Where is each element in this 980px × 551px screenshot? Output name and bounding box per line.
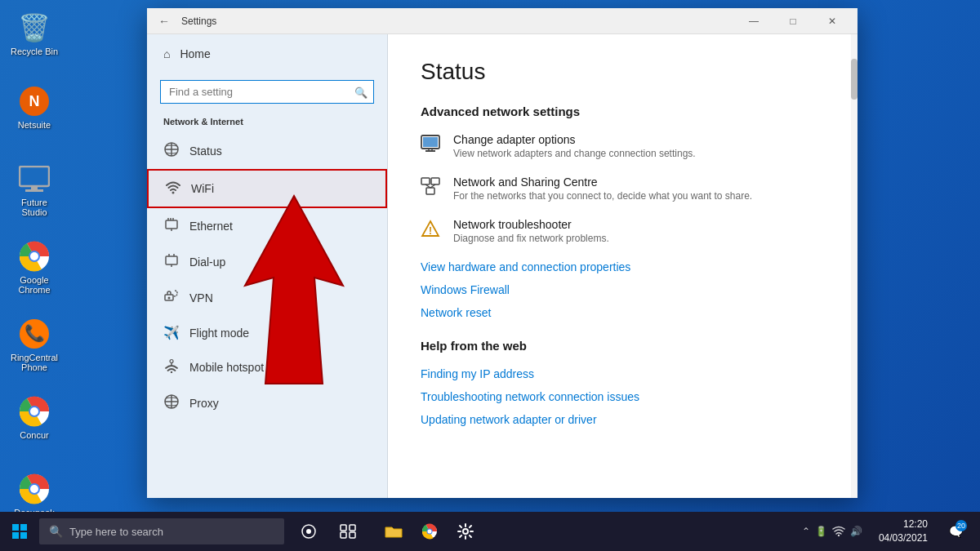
svg-point-12 bbox=[30, 407, 38, 415]
svg-point-61 bbox=[463, 529, 468, 534]
sidebar-item-mobile-hotspot[interactable]: Mobile hotspot bbox=[147, 349, 387, 385]
sidebar-search-input[interactable] bbox=[160, 80, 374, 104]
taskbar: 🔍 Type here to search bbox=[0, 512, 980, 551]
sidebar-item-home[interactable]: ⌂ Home bbox=[147, 34, 387, 73]
task-view-button[interactable] bbox=[330, 513, 366, 549]
sidebar-section-title: Network & Internet bbox=[147, 113, 387, 133]
view-hardware-link[interactable]: View hardware and connection properties bbox=[421, 260, 825, 273]
update-adapter-link[interactable]: Updating network adapter or driver bbox=[421, 413, 825, 426]
svg-rect-51 bbox=[20, 532, 27, 539]
svg-point-15 bbox=[30, 485, 38, 493]
help-section: Help from the web Finding my IP address … bbox=[421, 339, 825, 426]
chevron-up-icon[interactable]: ⌃ bbox=[802, 526, 810, 537]
sidebar: ⌂ Home 🔍 Network & Internet Status bbox=[147, 34, 388, 498]
desktop-icon-recycle-bin[interactable]: 🗑️ Recycle Bin bbox=[7, 8, 62, 60]
sidebar-item-vpn[interactable]: VPN bbox=[147, 280, 387, 316]
svg-rect-57 bbox=[350, 532, 355, 538]
sidebar-item-ethernet[interactable]: Ethernet bbox=[147, 208, 387, 244]
sidebar-item-status[interactable]: Status bbox=[147, 133, 387, 169]
sharing-centre-icon bbox=[421, 177, 440, 199]
troubleshoot-conn-link[interactable]: Troubleshooting network connection issue… bbox=[421, 390, 825, 403]
home-label: Home bbox=[180, 47, 210, 60]
sidebar-search-container: 🔍 bbox=[160, 80, 374, 104]
help-title: Help from the web bbox=[421, 339, 825, 353]
taskbar-clock[interactable]: 12:20 04/03/2021 bbox=[872, 518, 934, 545]
docupeak-icon bbox=[18, 473, 51, 505]
desktop-icon-ringcentral[interactable]: 📞 RingCentral Phone bbox=[7, 314, 62, 375]
network-reset-link[interactable]: Network reset bbox=[421, 306, 825, 319]
desktop-icon-netsuite[interactable]: N Netsuite bbox=[7, 82, 62, 133]
title-bar: ← Settings — □ ✕ bbox=[147, 8, 858, 34]
find-ip-link[interactable]: Finding my IP address bbox=[421, 367, 825, 380]
svg-rect-2 bbox=[20, 167, 49, 186]
home-icon: ⌂ bbox=[163, 47, 170, 60]
wifi-tray-icon bbox=[832, 525, 845, 539]
notification-center-button[interactable]: 🗨️ 20 bbox=[938, 513, 973, 549]
svg-point-32 bbox=[170, 360, 173, 363]
wifi-label: WiFi bbox=[191, 182, 214, 195]
taskbar-search-icon: 🔍 bbox=[49, 525, 63, 538]
vpn-label: VPN bbox=[189, 291, 213, 304]
svg-text:!: ! bbox=[429, 225, 432, 237]
svg-point-53 bbox=[306, 529, 311, 534]
window-title: Settings bbox=[181, 16, 735, 27]
taskbar-settings[interactable] bbox=[448, 513, 483, 549]
proxy-icon bbox=[163, 394, 180, 412]
taskbar-middle-buttons bbox=[291, 513, 366, 549]
netsuite-label: Netsuite bbox=[18, 120, 51, 130]
desktop-icon-concur[interactable]: Concur bbox=[7, 392, 62, 443]
svg-point-19 bbox=[172, 192, 175, 194]
minimize-button[interactable]: — bbox=[735, 8, 773, 34]
svg-point-30 bbox=[168, 297, 171, 300]
close-button[interactable]: ✕ bbox=[813, 8, 851, 34]
desktop-icon-google-chrome[interactable]: Google Chrome bbox=[7, 237, 62, 298]
ringcentral-label: RingCentral Phone bbox=[10, 353, 59, 372]
netsuite-icon: N bbox=[18, 85, 51, 118]
cortana-button[interactable] bbox=[291, 513, 327, 549]
svg-rect-42 bbox=[431, 178, 439, 184]
taskbar-chrome[interactable] bbox=[412, 513, 448, 549]
troubleshooter-text: Network troubleshooter Diagnose and fix … bbox=[453, 218, 609, 244]
ethernet-icon bbox=[163, 217, 180, 235]
troubleshooter-item: ! Network troubleshooter Diagnose and fi… bbox=[421, 218, 825, 244]
future-studio-label: Future Studio bbox=[10, 198, 59, 217]
dialup-label: Dial-up bbox=[189, 256, 225, 269]
windows-firewall-link[interactable]: Windows Firewall bbox=[421, 283, 825, 296]
taskbar-right: ⌃ 🔋 🔊 12:20 04/03/2021 bbox=[795, 513, 980, 549]
sidebar-item-flight-mode[interactable]: ✈️ Flight mode bbox=[147, 316, 387, 349]
battery-icon: 🔋 bbox=[815, 526, 827, 537]
volume-icon: 🔊 bbox=[850, 526, 862, 537]
future-studio-icon bbox=[18, 162, 51, 195]
taskbar-search-box[interactable]: 🔍 Type here to search bbox=[39, 518, 284, 544]
start-button[interactable] bbox=[0, 512, 39, 551]
proxy-label: Proxy bbox=[189, 397, 219, 410]
clock-date: 04/03/2021 bbox=[879, 531, 928, 545]
sharing-centre-name: Network and Sharing Centre bbox=[453, 176, 752, 189]
svg-point-60 bbox=[428, 530, 432, 534]
change-adapter-icon bbox=[421, 135, 440, 157]
google-chrome-icon bbox=[18, 240, 51, 273]
svg-point-7 bbox=[30, 252, 38, 260]
concur-icon bbox=[18, 395, 51, 428]
back-button[interactable]: ← bbox=[154, 15, 175, 28]
scrollbar-track[interactable] bbox=[851, 34, 858, 498]
svg-rect-56 bbox=[341, 532, 346, 538]
system-tray: ⌃ 🔋 🔊 bbox=[795, 525, 869, 539]
svg-rect-49 bbox=[20, 524, 27, 531]
svg-rect-48 bbox=[12, 524, 19, 531]
svg-rect-20 bbox=[166, 220, 177, 229]
taskbar-file-explorer[interactable] bbox=[376, 513, 412, 549]
sidebar-item-dialup[interactable]: Dial-up bbox=[147, 244, 387, 280]
sidebar-item-wifi[interactable]: WiFi bbox=[147, 169, 387, 208]
scrollbar-thumb[interactable] bbox=[851, 59, 858, 100]
desktop-icon-future-studio[interactable]: Future Studio bbox=[7, 159, 62, 220]
recycle-bin-icon: 🗑️ bbox=[18, 11, 51, 44]
maximize-button[interactable]: □ bbox=[774, 8, 812, 34]
svg-rect-55 bbox=[350, 525, 355, 531]
hotspot-icon bbox=[163, 358, 180, 376]
taskbar-search-placeholder: Type here to search bbox=[69, 526, 163, 538]
svg-rect-43 bbox=[426, 188, 434, 194]
sidebar-item-proxy[interactable]: Proxy bbox=[147, 385, 387, 421]
dialup-icon bbox=[163, 253, 180, 271]
svg-rect-50 bbox=[12, 532, 19, 539]
